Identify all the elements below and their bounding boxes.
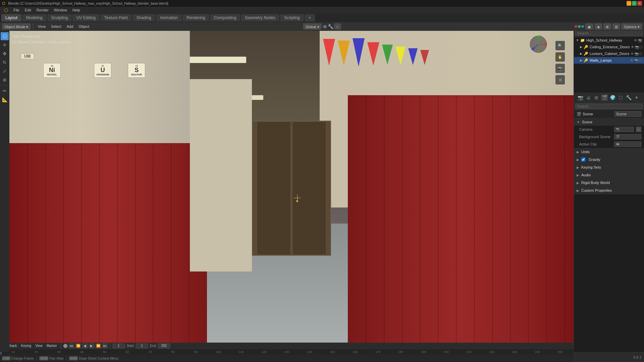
- timeline-menu-marker[interactable]: Marker: [45, 343, 58, 349]
- close-button[interactable]: ✕: [637, 1, 642, 6]
- tab-texture-paint[interactable]: Texture Paint: [100, 14, 132, 21]
- menu-blender[interactable]: ⬡: [2, 7, 10, 13]
- timeline-menu-keying[interactable]: Keying: [20, 343, 33, 349]
- viewport-shading-solid[interactable]: ◉: [585, 23, 593, 29]
- zoom-to-selected-gizmo[interactable]: 🔍: [555, 41, 565, 50]
- orbit-gizmo[interactable]: 📷: [555, 64, 565, 73]
- tool-select-box[interactable]: ⬡: [1, 32, 9, 40]
- section-custom-props-header[interactable]: ▶ Custom Properties: [574, 187, 644, 194]
- camera-pencil-icon[interactable]: ✏: [636, 127, 641, 132]
- menu-add[interactable]: Add: [65, 23, 75, 30]
- extra-icon-lockers[interactable]: ⬡: [639, 52, 642, 56]
- tick-20: 20: [25, 350, 48, 354]
- step-back-button[interactable]: ⏪: [75, 344, 81, 348]
- minimize-button[interactable]: –: [627, 1, 631, 6]
- outliner-item-walls[interactable]: ▶ 🔑 Walls_Lamps 👁 📷 ⬡: [574, 57, 644, 64]
- tab-shading[interactable]: Shading: [132, 14, 155, 21]
- tool-transform[interactable]: ⊕: [1, 76, 9, 84]
- render-icon-ceiling[interactable]: 📷: [635, 45, 639, 49]
- object-mode-selector[interactable]: Object Mode ▾: [2, 23, 31, 29]
- props-object-icon[interactable]: ⬡: [617, 94, 624, 101]
- tool-cursor[interactable]: ✛: [1, 41, 9, 49]
- eye-icon-ceiling[interactable]: 👁: [631, 45, 634, 49]
- active-clip-value[interactable]: 🎞️: [614, 141, 641, 147]
- props-view-layer-icon[interactable]: ⊞: [593, 94, 600, 101]
- tool-measure[interactable]: 📐: [1, 96, 9, 104]
- props-output-icon[interactable]: 🖨: [585, 94, 592, 101]
- jump-to-start-button[interactable]: ⏮: [69, 344, 74, 348]
- outliner-item-ceiling[interactable]: ▶ 🔑 Ceiling_Entrance_Doors 👁 📷 ⬡: [574, 44, 644, 50]
- tab-uv-editing[interactable]: UV Editing: [72, 14, 100, 21]
- jump-to-end-button[interactable]: ⏭: [102, 344, 108, 348]
- outliner-item-collection[interactable]: ▼ 📁 High_School_Hallway 👁 📷: [574, 37, 644, 44]
- viewport-shading-rendered[interactable]: ◈: [595, 23, 602, 29]
- menu-help[interactable]: Help: [70, 7, 82, 13]
- play-back-button[interactable]: ◀: [82, 344, 88, 348]
- tool-scale[interactable]: ⤢: [1, 67, 9, 75]
- render-icon-collection[interactable]: 📷: [638, 39, 642, 42]
- tab-sculpting[interactable]: Sculpting: [47, 14, 72, 21]
- props-render-icon[interactable]: 📷: [577, 94, 584, 101]
- global-space-selector[interactable]: Global ▾: [303, 23, 322, 29]
- tool-annotate[interactable]: ✏: [1, 87, 9, 95]
- maximize-button[interactable]: □: [632, 1, 637, 6]
- section-scene-header[interactable]: ▼ Scene: [574, 118, 644, 126]
- tool-rotate[interactable]: ↻: [1, 58, 9, 66]
- eye-icon-collection[interactable]: 👁: [634, 39, 637, 42]
- render-icon-walls[interactable]: 📷: [634, 59, 638, 62]
- tab-layout[interactable]: Layout: [1, 14, 21, 21]
- camera-value[interactable]: 📷: [614, 127, 634, 132]
- props-particles-icon[interactable]: ✦: [633, 94, 640, 101]
- record-button[interactable]: [63, 344, 67, 348]
- viewport[interactable]: 28 Ni NICKEL 92 U URANIUM 16 S SULFUR UM: [9, 31, 574, 352]
- background-scene-value[interactable]: 🎬: [614, 134, 641, 139]
- eye-icon-lockers[interactable]: 👁: [631, 52, 634, 56]
- eye-icon-walls[interactable]: 👁: [630, 59, 634, 62]
- extra-icon-walls[interactable]: ⬡: [639, 59, 642, 62]
- tab-animation[interactable]: Animation: [156, 14, 182, 21]
- timeline-track[interactable]: 10 20 30 40 50 60 70 80 90 100 110 120 1…: [0, 349, 574, 355]
- outliner-search-input[interactable]: [575, 31, 643, 36]
- section-units-header[interactable]: ▶ Units: [574, 148, 644, 156]
- menu-edit[interactable]: Edit: [23, 7, 33, 13]
- render-icon-lockers[interactable]: 📷: [635, 52, 639, 56]
- menu-render[interactable]: Render: [35, 7, 51, 13]
- current-frame-input[interactable]: [113, 344, 125, 348]
- play-forward-button[interactable]: ▶: [89, 344, 94, 348]
- gizmo-toggle[interactable]: ⊞: [612, 23, 620, 29]
- proportional-edit[interactable]: ○: [334, 23, 341, 29]
- outliner-item-lockers[interactable]: ▶ 🔑 Lockers_Cabinet_Doors 👁 📷 ⬡: [574, 50, 644, 57]
- menu-object[interactable]: Object: [76, 23, 91, 30]
- step-forward-button[interactable]: ⏩: [96, 344, 101, 348]
- section-gravity-label: Gravity: [589, 158, 600, 162]
- tab-modeling[interactable]: Modeling: [22, 14, 47, 21]
- props-modifier-icon[interactable]: 🔧: [625, 94, 632, 101]
- tab-geometry-nodes[interactable]: Geometry Nodes: [241, 14, 279, 21]
- tab-add[interactable]: +: [305, 14, 315, 21]
- section-gravity-header[interactable]: ▶ Gravity: [574, 156, 644, 163]
- props-search-input[interactable]: [575, 104, 643, 109]
- section-keying-header[interactable]: ▶ Keying Sets: [574, 164, 644, 171]
- scene-name-input[interactable]: [614, 111, 641, 117]
- section-audio-header[interactable]: ▶ Audio: [574, 171, 644, 179]
- extra-icon-ceiling[interactable]: ⬡: [640, 45, 643, 49]
- menu-window[interactable]: Window: [52, 7, 69, 13]
- timeline-menu-view[interactable]: View: [34, 343, 44, 349]
- props-scene-icon[interactable]: 🎬: [601, 94, 608, 101]
- grid-gizmo[interactable]: ⊞: [555, 75, 565, 84]
- end-frame-input[interactable]: [158, 344, 170, 348]
- tab-compositing[interactable]: Compositing: [210, 14, 240, 21]
- menu-file[interactable]: File: [11, 7, 21, 13]
- tab-scripting[interactable]: Scripting: [280, 14, 304, 21]
- menu-select[interactable]: Select: [49, 23, 63, 30]
- options-btn[interactable]: Options ▾: [622, 23, 642, 29]
- props-world-icon[interactable]: 🌍: [609, 94, 616, 101]
- pan-gizmo[interactable]: ✋: [555, 52, 565, 62]
- section-rigid-body-header[interactable]: ▶ Rigid Body World: [574, 179, 644, 186]
- tab-rendering[interactable]: Rendering: [182, 14, 209, 21]
- tool-move[interactable]: ✥: [1, 50, 9, 58]
- overlays-toggle[interactable]: ⊕: [603, 23, 611, 29]
- menu-view[interactable]: View: [36, 23, 48, 30]
- start-frame-input[interactable]: [136, 344, 148, 348]
- gravity-checkbox[interactable]: [581, 158, 585, 162]
